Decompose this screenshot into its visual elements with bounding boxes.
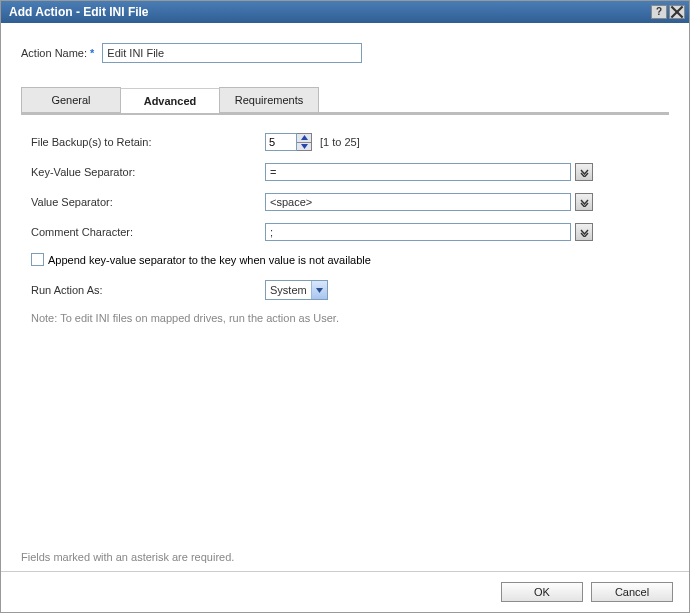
action-name-label: Action Name: [21,47,87,59]
svg-marker-3 [301,144,308,149]
comment-char-row: Comment Character: [31,223,659,241]
help-button[interactable]: ? [651,5,667,19]
close-button[interactable] [669,5,685,19]
svg-marker-2 [301,135,308,140]
kv-separator-combo [265,163,593,181]
backup-range: [1 to 25] [320,136,360,148]
dialog-footer: OK Cancel [1,571,689,612]
spinner-down-icon[interactable] [297,142,311,151]
append-separator-label: Append key-value separator to the key wh… [48,254,371,266]
backup-row: File Backup(s) to Retain: [1 to 25] [31,133,659,151]
value-separator-row: Value Separator: [31,193,659,211]
value-separator-input[interactable] [265,193,571,211]
run-as-row: Run Action As: System [31,280,659,300]
tab-requirements[interactable]: Requirements [219,87,319,112]
required-fields-note: Fields marked with an asterisk are requi… [21,551,669,563]
dialog-content: Action Name: * General Advanced Requirem… [1,23,689,571]
comment-char-dropdown-button[interactable] [575,223,593,241]
dialog: Add Action - Edit INI File ? Action Name… [0,0,690,613]
cancel-button[interactable]: Cancel [591,582,673,602]
comment-char-input[interactable] [265,223,571,241]
kv-separator-label: Key-Value Separator: [31,166,265,178]
run-as-note: Note: To edit INI files on mapped drives… [31,312,659,324]
run-as-select[interactable]: System [265,280,328,300]
chevron-down-icon[interactable] [311,281,327,299]
spinner-up-icon[interactable] [297,134,311,142]
dialog-title: Add Action - Edit INI File [9,5,649,19]
backup-label: File Backup(s) to Retain: [31,136,265,148]
tab-body-advanced: File Backup(s) to Retain: [1 to 25] Key-… [21,115,669,334]
kv-separator-dropdown-button[interactable] [575,163,593,181]
comment-char-combo [265,223,593,241]
run-as-value: System [270,284,307,296]
kv-separator-input[interactable] [265,163,571,181]
tab-bar: General Advanced Requirements [21,87,669,115]
kv-separator-row: Key-Value Separator: [31,163,659,181]
backup-spinner [297,133,312,151]
tab-advanced[interactable]: Advanced [120,88,220,113]
action-name-input[interactable] [102,43,362,63]
value-separator-combo [265,193,593,211]
tab-general[interactable]: General [21,87,121,112]
backup-input[interactable] [265,133,297,151]
titlebar: Add Action - Edit INI File ? [1,1,689,23]
value-separator-dropdown-button[interactable] [575,193,593,211]
action-name-row: Action Name: * [21,43,669,63]
ok-button[interactable]: OK [501,582,583,602]
append-separator-checkbox[interactable] [31,253,44,266]
required-asterisk: * [90,47,94,59]
svg-marker-4 [316,288,323,293]
value-separator-label: Value Separator: [31,196,265,208]
comment-char-label: Comment Character: [31,226,265,238]
run-as-label: Run Action As: [31,284,265,296]
append-separator-row: Append key-value separator to the key wh… [31,253,659,266]
